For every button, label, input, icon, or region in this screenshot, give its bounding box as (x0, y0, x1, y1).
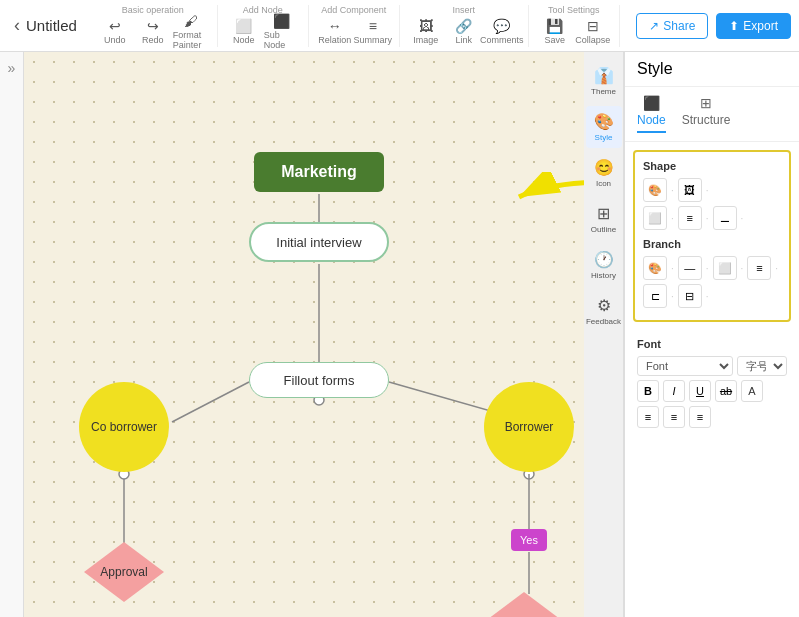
align-center-button[interactable]: ≡ (663, 406, 685, 428)
toolbar-group-component: Add Component ↔Relation ≡Summary (317, 5, 400, 47)
shape-img-btn[interactable]: 🖼 (678, 178, 702, 202)
main-area: » (0, 52, 799, 617)
branch-indent-btn[interactable]: ⊏ (643, 284, 667, 308)
sidebar-history-button[interactable]: 🕐 History (586, 244, 622, 286)
format-painter-button[interactable]: 🖌Format Painter (173, 17, 209, 47)
app-title: Untitled (26, 17, 77, 34)
shape-dash-btn[interactable]: ⚊ (713, 206, 737, 230)
panel-tabs: ⬛ Node ⊞ Structure (625, 87, 799, 142)
outline-icon: ⊞ (597, 204, 610, 223)
sidebar-style-button[interactable]: 🎨 Style (586, 106, 622, 148)
feedback-icon: ⚙ (597, 296, 611, 315)
shape-border-btn[interactable]: ⬜ (643, 206, 667, 230)
font-selector-row: Font 字号 (637, 356, 787, 376)
node-tab-icon: ⬛ (643, 95, 660, 111)
align-left-button[interactable]: ≡ (637, 406, 659, 428)
branch-line-btn[interactable]: — (678, 256, 702, 280)
node-approval-left[interactable]: Approval (84, 542, 164, 602)
back-button[interactable]: ‹ (8, 15, 26, 36)
font-label: Font (637, 338, 787, 350)
sidebar-theme-label: Theme (591, 87, 616, 96)
font-style-row: B I U ab A (637, 380, 787, 402)
font-size-select[interactable]: 字号 (737, 356, 787, 376)
svg-line-2 (172, 382, 249, 422)
diagram-canvas[interactable]: Marketing Initial interview Fillout form… (24, 52, 584, 617)
sidebar-history-label: History (591, 271, 616, 280)
redo-button[interactable]: ↪Redo (135, 17, 171, 47)
node-fillout-forms[interactable]: Fillout forms (249, 362, 389, 398)
export-icon: ⬆ (729, 19, 739, 33)
collapse-button[interactable]: ⊟Collapse (575, 17, 611, 47)
sidebar-style-label: Style (595, 133, 613, 142)
insert-comments-button[interactable]: 💬Comments (484, 17, 520, 47)
left-collapse-button[interactable]: » (8, 60, 16, 76)
bold-button[interactable]: B (637, 380, 659, 402)
toolbar-group-insert: Insert 🖼Image 🔗Link 💬Comments (408, 5, 529, 47)
shape-label: Shape (643, 160, 781, 172)
sidebar-icon-label: Icon (596, 179, 611, 188)
toolbar-group-toolsettings: Tool Settings 💾Save ⊟Collapse (537, 5, 620, 47)
share-button[interactable]: ↗ Share (636, 13, 708, 39)
sidebar-theme-button[interactable]: 👔 Theme (586, 60, 622, 102)
theme-icon: 👔 (594, 66, 614, 85)
branch-box-btn[interactable]: ⬜ (713, 256, 737, 280)
toolbar-group-addnode: Add Node ⬜Node ⬛Sub Node (226, 5, 309, 47)
panel-title: Style (637, 60, 673, 78)
node-co-borrower[interactable]: Co borrower (79, 382, 169, 472)
tab-node[interactable]: ⬛ Node (637, 95, 666, 133)
right-sidebar: 👔 Theme 🎨 Style 😊 Icon ⊞ Outline 🕐 Histo… (584, 52, 624, 617)
sidebar-feedback-button[interactable]: ⚙ Feedback (586, 290, 622, 332)
node-tab-label: Node (637, 113, 666, 127)
toolbar-group-toolsettings-label: Tool Settings (548, 5, 600, 15)
shape-fill-btn[interactable]: 🎨 (643, 178, 667, 202)
node-yes-badge[interactable]: Yes (511, 529, 547, 551)
add-relation-button[interactable]: ↔Relation (317, 17, 353, 47)
font-family-select[interactable]: Font (637, 356, 733, 376)
italic-button[interactable]: I (663, 380, 685, 402)
sidebar-outline-button[interactable]: ⊞ Outline (586, 198, 622, 240)
undo-button[interactable]: ↩Undo (97, 17, 133, 47)
shape-row-2: ⬜ · ≡ · ⚊ · (643, 206, 781, 230)
style-icon: 🎨 (594, 112, 614, 131)
underline-button[interactable]: U (689, 380, 711, 402)
add-summary-button[interactable]: ≡Summary (355, 17, 391, 47)
insert-link-button[interactable]: 🔗Link (446, 17, 482, 47)
node-initial-interview[interactable]: Initial interview (249, 222, 389, 262)
right-style-panel: Style ⬛ Node ⊞ Structure Shape 🎨 · 🖼 · (624, 52, 799, 617)
diagram-connectors (24, 52, 584, 617)
branch-color-btn[interactable]: 🎨 (643, 256, 667, 280)
style-section: Shape 🎨 · 🖼 · ⬜ · ≡ · ⚊ · Branch 🎨 · — (633, 150, 791, 322)
node-approval-right[interactable]: Approval (484, 592, 564, 617)
toolbar-group-basic: Basic operation ↩Undo ↪Redo 🖌Format Pain… (97, 5, 218, 47)
add-subnode-button[interactable]: ⬛Sub Node (264, 17, 300, 47)
tab-structure[interactable]: ⊞ Structure (682, 95, 731, 133)
save-button[interactable]: 💾Save (537, 17, 573, 47)
toolbar-group-component-label: Add Component (321, 5, 386, 15)
sidebar-feedback-label: Feedback (586, 317, 621, 326)
export-button[interactable]: ⬆ Export (716, 13, 791, 39)
font-color-button[interactable]: A (741, 380, 763, 402)
node-borrower[interactable]: Borrower (484, 382, 574, 472)
branch-extra-btn[interactable]: ⊟ (678, 284, 702, 308)
branch-align-btn[interactable]: ≡ (747, 256, 771, 280)
shape-line-btn[interactable]: ≡ (678, 206, 702, 230)
left-collapse-panel: » (0, 52, 24, 617)
font-align-row: ≡ ≡ ≡ (637, 406, 787, 428)
sidebar-icon-button[interactable]: 😊 Icon (586, 152, 622, 194)
export-label: Export (743, 19, 778, 33)
node-marketing[interactable]: Marketing (254, 152, 384, 192)
branch-row-1: 🎨 · — · ⬜ · ≡ · (643, 256, 781, 280)
insert-image-button[interactable]: 🖼Image (408, 17, 444, 47)
node-fillout-forms-label: Fillout forms (284, 373, 355, 388)
toolbar-group-insert-label: Insert (453, 5, 476, 15)
branch-label: Branch (643, 238, 781, 250)
add-node-button[interactable]: ⬜Node (226, 17, 262, 47)
node-borrower-label: Borrower (505, 420, 554, 434)
strikethrough-button[interactable]: ab (715, 380, 737, 402)
node-yes-label: Yes (520, 534, 538, 546)
node-approval-left-label: Approval (100, 565, 147, 579)
align-right-button[interactable]: ≡ (689, 406, 711, 428)
node-marketing-label: Marketing (281, 163, 357, 181)
panel-header: Style (625, 52, 799, 87)
sidebar-outline-label: Outline (591, 225, 616, 234)
